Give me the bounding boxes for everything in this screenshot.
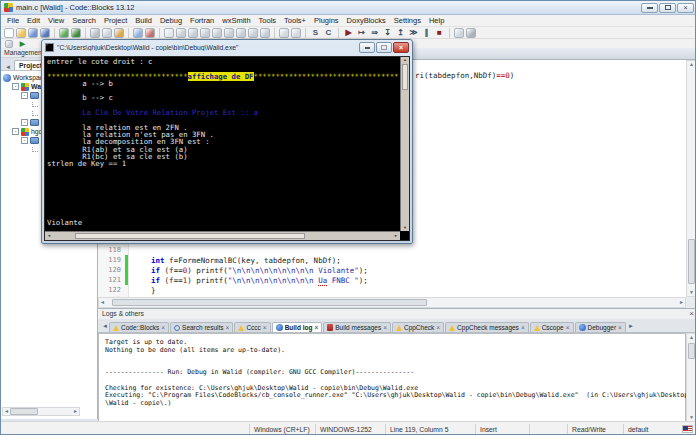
expander-icon[interactable]: - (12, 128, 19, 135)
logs-tab-cppcheck-messages[interactable]: CppCheck messages× (445, 322, 529, 332)
scroll-left-icon[interactable]: ◄ (45, 232, 53, 240)
menu-plugins[interactable]: Plugins (310, 15, 343, 27)
menu-build[interactable]: Build (131, 15, 156, 27)
tab-close-icon[interactable]: × (161, 324, 165, 331)
scroll-right-icon[interactable]: ► (72, 408, 79, 415)
next-instruction-icon[interactable]: ≫ (408, 28, 419, 38)
logs-tab-build-log[interactable]: Build log× (272, 322, 323, 332)
scroll-up-icon[interactable]: ▲ (688, 334, 695, 341)
find-in-files-icon[interactable] (145, 28, 155, 38)
menu-debug[interactable]: Debug (156, 15, 186, 27)
logs-tab-cppcheck[interactable]: CppCheck× (392, 322, 444, 332)
menu-wxsmith[interactable]: wxSmith (218, 15, 254, 27)
console-window[interactable]: "C:\Users\ghjuk\Desktop\Walid - copie\bi… (41, 39, 413, 244)
new-file-icon[interactable] (4, 28, 14, 38)
next-line-icon[interactable]: ⇒ (369, 28, 380, 38)
expander-icon[interactable]: - (21, 92, 28, 99)
tab-close-icon[interactable]: × (521, 324, 525, 331)
console-title-bar[interactable]: "C:\Users\ghjuk\Desktop\Walid - copie\bi… (42, 40, 412, 55)
print-icon[interactable] (5, 40, 13, 48)
expander-icon[interactable]: - (12, 83, 19, 90)
various-info-icon[interactable] (466, 28, 476, 38)
save-icon[interactable] (28, 28, 38, 38)
console-hscrollbar[interactable]: ◄ ► (45, 231, 400, 240)
scrollbar-thumb[interactable] (10, 408, 38, 415)
open-file-icon[interactable] (16, 28, 26, 38)
console-maximize-button[interactable] (376, 42, 392, 53)
build-log-content[interactable]: Target is up to date. Nothing to be done… (98, 333, 686, 422)
debug-continue-icon[interactable]: ▶ (343, 28, 354, 38)
find-icon[interactable] (133, 28, 143, 38)
tab-close-icon[interactable]: × (226, 324, 230, 331)
scroll-up-icon[interactable]: ▲ (401, 57, 409, 63)
logs-tab-build-messages[interactable]: Build messages× (323, 322, 391, 332)
symbols-c-icon[interactable]: C (323, 28, 334, 38)
widget-toolbar-icon[interactable] (248, 28, 258, 38)
scrollbar-thumb[interactable] (688, 239, 695, 284)
menu-help[interactable]: Help (425, 15, 448, 27)
scroll-right-icon[interactable]: ► (678, 299, 685, 306)
menu-view[interactable]: View (44, 15, 68, 27)
tab-scroll-left-icon[interactable]: ◄ (3, 64, 13, 70)
zoom-in-icon[interactable] (279, 28, 289, 38)
widget-panel-icon[interactable] (188, 28, 198, 38)
logs-tab-debugger[interactable]: Debugger× (575, 322, 626, 332)
tab-close-icon[interactable]: × (314, 324, 318, 331)
widget-frame-icon[interactable] (176, 28, 186, 38)
logs-tab-cccc[interactable]: Cccc× (234, 322, 270, 332)
widget-listbox-icon[interactable] (224, 28, 234, 38)
scrollbar-thumb[interactable] (402, 64, 408, 90)
console-minimize-button[interactable] (359, 42, 375, 53)
menu-fortran[interactable]: Fortran (186, 15, 218, 27)
scroll-right-icon[interactable]: ► (392, 232, 400, 240)
management-hscrollbar[interactable]: ◄ ► (2, 407, 80, 416)
stop-debugger-icon[interactable]: ■ (434, 28, 445, 38)
scroll-down-icon[interactable]: ▼ (688, 414, 695, 421)
select-pointer-icon[interactable] (164, 28, 174, 38)
run-icon[interactable]: ▶ (17, 40, 28, 48)
save-all-icon[interactable] (40, 28, 50, 38)
break-debugger-icon[interactable]: ∥ (421, 28, 432, 38)
copy-icon[interactable] (102, 28, 112, 38)
scroll-left-icon[interactable]: ◄ (99, 299, 106, 306)
menu-edit[interactable]: Edit (23, 15, 44, 27)
logs-tab-cscope[interactable]: Cscope× (530, 322, 574, 332)
title-bar[interactable]: main.c [Walid] - Code::Blocks 13.12 × (1, 1, 696, 15)
scrollbar-thumb[interactable] (75, 233, 305, 239)
tab-close-icon[interactable]: × (618, 324, 622, 331)
logs-tab-search-results[interactable]: Search results× (170, 322, 233, 332)
menu-tools[interactable]: Tools+ (280, 15, 310, 27)
expander-icon[interactable]: - (21, 119, 28, 126)
editor-vscrollbar[interactable]: ▲ ▼ (686, 60, 696, 297)
logs-vscrollbar[interactable]: ▲ ▼ (686, 333, 696, 422)
menu-file[interactable]: File (3, 15, 23, 27)
step-into-icon[interactable]: ↧ (382, 28, 393, 38)
scrollbar-thumb[interactable] (112, 299, 427, 306)
minimize-button[interactable] (641, 3, 658, 13)
menu-settings[interactable]: Settings (390, 15, 425, 27)
menu-project[interactable]: Project (100, 15, 131, 27)
editor-hscrollbar[interactable]: ◄ ► (98, 297, 686, 308)
console-close-button[interactable]: × (393, 42, 409, 53)
widget-grid-icon[interactable] (236, 28, 246, 38)
zoom-out-icon[interactable] (291, 28, 301, 38)
code-lines[interactable]: 118119 int f=FormeNormalBC(key, tabdepfo… (98, 245, 686, 297)
logs-close-icon[interactable]: × (689, 309, 694, 319)
tab-close-icon[interactable]: × (263, 324, 267, 331)
redo-icon[interactable] (71, 28, 81, 38)
logs-tab-code-blocks[interactable]: Code::Blocks× (109, 322, 169, 332)
tab-scroll-left-icon[interactable]: ◄ (101, 323, 109, 329)
widget-button-icon[interactable] (200, 28, 210, 38)
symbols-s-icon[interactable]: S (310, 28, 321, 38)
step-out-icon[interactable]: ↥ (395, 28, 406, 38)
scroll-left-icon[interactable]: ◄ (3, 408, 10, 415)
tab-scroll-right-icon[interactable]: ► (627, 323, 635, 329)
menu-doxyblocks[interactable]: DoxyBlocks (343, 15, 390, 27)
debugging-windows-icon[interactable] (454, 28, 464, 38)
console-vscrollbar[interactable]: ▲ ▼ (400, 57, 409, 231)
widget-textbox-icon[interactable] (212, 28, 222, 38)
console-output[interactable]: entrer le cote droit : c****************… (44, 56, 410, 241)
maximize-button[interactable] (659, 3, 676, 13)
undo-icon[interactable] (59, 28, 69, 38)
scroll-down-icon[interactable]: ▼ (401, 225, 409, 231)
